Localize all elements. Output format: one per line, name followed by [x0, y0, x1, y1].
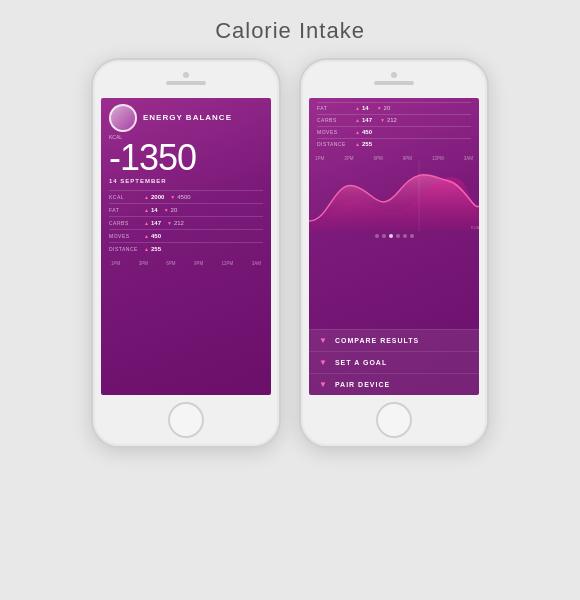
up-arrow-icon: ▲	[355, 141, 360, 147]
right-data-section: FAT ▲ 14 ▼ 20 CARBS ▲ 147 ▼ 212 MOVE	[309, 98, 479, 154]
home-button-left[interactable]	[168, 402, 204, 438]
down-arrow-icon: ▼	[380, 117, 385, 123]
menu-label-goal: SET A GOAL	[335, 359, 387, 366]
camera-right	[391, 72, 397, 78]
time-label: 1PM	[111, 261, 120, 266]
row-value-up: 450	[362, 129, 372, 135]
dot-indicators	[309, 231, 479, 241]
row-value-up: 14	[151, 207, 158, 213]
row-value-down: 20	[384, 105, 391, 111]
up-arrow-icon: ▲	[144, 194, 149, 200]
row-label: FAT	[317, 105, 355, 111]
table-row: KCAL ▲ 2000 ▼ 4500	[109, 190, 263, 203]
row-value-down: 212	[174, 220, 184, 226]
circle-icon	[109, 104, 137, 132]
up-arrow-icon: ▲	[355, 129, 360, 135]
row-label: CARBS	[109, 220, 144, 226]
chart-time-axis: 1PM 3PM 6PM 9PM 12PM 3AM	[309, 154, 479, 161]
home-button-right[interactable]	[376, 402, 412, 438]
phone-left-screen: ENERGY BALANCE KCAL -1350 14 SEPTEMBER K…	[101, 98, 271, 395]
phone-right: FAT ▲ 14 ▼ 20 CARBS ▲ 147 ▼ 212 MOVE	[299, 58, 489, 448]
dot	[403, 234, 407, 238]
svg-text:KCAL: KCAL	[471, 225, 479, 230]
table-row: MOVES ▲ 450	[317, 126, 471, 138]
time-label: 6PM	[166, 261, 175, 266]
row-value-up: 450	[151, 233, 161, 239]
dot	[375, 234, 379, 238]
wave-svg: KCAL	[309, 161, 479, 231]
chevron-down-icon: ▼	[319, 380, 327, 389]
right-screen-content: FAT ▲ 14 ▼ 20 CARBS ▲ 147 ▼ 212 MOVE	[309, 98, 479, 395]
table-row: MOVES ▲ 450	[109, 229, 263, 242]
row-value-up: 2000	[151, 194, 164, 200]
menu-label-pair: PAIR DEVICE	[335, 381, 390, 388]
time-label: 9PM	[194, 261, 203, 266]
down-arrow-icon: ▼	[170, 194, 175, 200]
phone-right-top	[301, 60, 487, 98]
up-arrow-icon: ▲	[144, 207, 149, 213]
table-row: DISTANCE ▲ 255	[317, 138, 471, 150]
energy-title: ENERGY BALANCE	[143, 113, 232, 123]
phone-right-bottom	[301, 395, 487, 446]
wave-chart: KCAL	[309, 161, 479, 231]
time-label: 12PM	[222, 261, 234, 266]
date-label: 14 SEPTEMBER	[109, 178, 263, 184]
up-arrow-icon: ▲	[355, 117, 360, 123]
chevron-down-icon: ▼	[319, 336, 327, 345]
big-number: -1350	[109, 140, 263, 176]
phones-container: ENERGY BALANCE KCAL -1350 14 SEPTEMBER K…	[91, 58, 489, 448]
row-value-down: 20	[171, 207, 178, 213]
phone-right-screen: FAT ▲ 14 ▼ 20 CARBS ▲ 147 ▼ 212 MOVE	[309, 98, 479, 395]
up-arrow-icon: ▲	[144, 233, 149, 239]
down-arrow-icon: ▼	[167, 220, 172, 226]
up-arrow-icon: ▲	[355, 105, 360, 111]
table-row: DISTANCE ▲ 255	[109, 242, 263, 255]
menu-items: ▼ COMPARE RESULTS ▼ SET A GOAL ▼ PAIR DE…	[309, 329, 479, 395]
chart-section: 1PM 3PM 6PM 9PM 12PM 3AM	[309, 154, 479, 329]
menu-item-goal[interactable]: ▼ SET A GOAL	[309, 351, 479, 373]
time-label: 3AM	[252, 261, 261, 266]
energy-header: ENERGY BALANCE	[109, 104, 263, 132]
phone-left-bottom	[93, 395, 279, 446]
menu-item-compare[interactable]: ▼ COMPARE RESULTS	[309, 329, 479, 351]
dot	[410, 234, 414, 238]
phone-left-top	[93, 60, 279, 98]
row-value-up: 147	[362, 117, 372, 123]
menu-item-pair[interactable]: ▼ PAIR DEVICE	[309, 373, 479, 395]
row-label: MOVES	[317, 129, 355, 135]
phone-left: ENERGY BALANCE KCAL -1350 14 SEPTEMBER K…	[91, 58, 281, 448]
row-label: KCAL	[109, 194, 144, 200]
row-label: CARBS	[317, 117, 355, 123]
chevron-down-icon: ▼	[319, 358, 327, 367]
speaker-right	[374, 81, 414, 85]
up-arrow-icon: ▲	[144, 220, 149, 226]
table-row: FAT ▲ 14 ▼ 20	[109, 203, 263, 216]
row-label: DISTANCE	[317, 141, 355, 147]
up-arrow-icon: ▲	[144, 246, 149, 252]
down-arrow-icon: ▼	[377, 105, 382, 111]
row-value-down: 212	[387, 117, 397, 123]
table-row: CARBS ▲ 147 ▼ 212	[317, 114, 471, 126]
speaker-left	[166, 81, 206, 85]
menu-label-compare: COMPARE RESULTS	[335, 337, 419, 344]
left-screen-content: ENERGY BALANCE KCAL -1350 14 SEPTEMBER K…	[101, 98, 271, 395]
row-value-up: 14	[362, 105, 369, 111]
row-value-up: 147	[151, 220, 161, 226]
row-value-up: 255	[362, 141, 372, 147]
row-value-up: 255	[151, 246, 161, 252]
time-axis-left: 1PM 3PM 6PM 9PM 12PM 3AM	[109, 261, 263, 266]
dot	[382, 234, 386, 238]
page-title: Calorie Intake	[215, 18, 365, 44]
table-row: CARBS ▲ 147 ▼ 212	[109, 216, 263, 229]
down-arrow-icon: ▼	[164, 207, 169, 213]
table-row: FAT ▲ 14 ▼ 20	[317, 102, 471, 114]
row-value-down: 4500	[177, 194, 190, 200]
dot	[396, 234, 400, 238]
row-label: FAT	[109, 207, 144, 213]
row-label: MOVES	[109, 233, 144, 239]
row-label: DISTANCE	[109, 246, 144, 252]
dot-active	[389, 234, 393, 238]
camera-left	[183, 72, 189, 78]
data-table-left: KCAL ▲ 2000 ▼ 4500 FAT ▲ 14 ▼ 20	[109, 190, 263, 255]
time-label: 3PM	[139, 261, 148, 266]
